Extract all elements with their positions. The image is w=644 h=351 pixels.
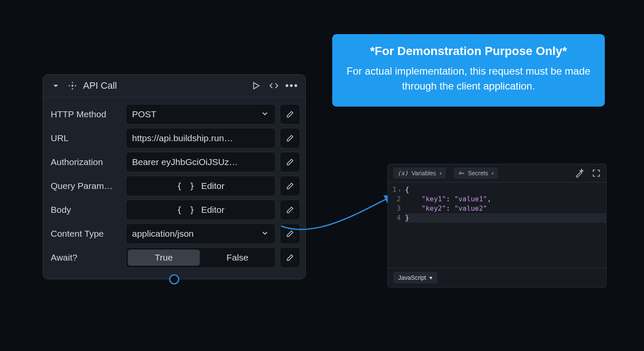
- await-toggle[interactable]: True False: [126, 247, 276, 268]
- authorization-value: Bearer eyJhbGciOiJSUz…: [132, 157, 238, 167]
- field-label: Content Type: [48, 229, 121, 239]
- content-type-select[interactable]: application/json: [126, 223, 276, 244]
- field-label: URL: [48, 133, 121, 143]
- code-icon[interactable]: [268, 80, 280, 92]
- chevron-down-icon: ▾: [492, 171, 494, 176]
- language-label: JavaScript: [398, 274, 426, 281]
- edit-button[interactable]: [280, 176, 300, 196]
- query-params-editor[interactable]: { } Editor: [126, 176, 276, 196]
- http-method-value: POST: [132, 109, 156, 119]
- code-line: }: [405, 213, 606, 223]
- query-params-value: Editor: [201, 181, 224, 191]
- line-number: 2: [388, 194, 401, 204]
- code-content[interactable]: { "key1": "value1", "key2": "value2"}: [405, 185, 606, 259]
- braces-icon: { }: [177, 205, 196, 215]
- panel-body: HTTP Method POST URL https://api.buildsh…: [43, 97, 305, 279]
- row-url: URL https://api.buildship.run…: [48, 128, 300, 148]
- field-label: Query Param…: [48, 181, 121, 191]
- panel-title: API Call: [83, 80, 244, 91]
- collapse-icon[interactable]: [50, 80, 62, 92]
- field-label: Await?: [48, 252, 121, 263]
- edit-button[interactable]: [280, 104, 300, 125]
- chevron-down-icon: ▾: [429, 274, 432, 281]
- edit-button[interactable]: [280, 200, 300, 220]
- code-line: {: [405, 185, 606, 194]
- authorization-input[interactable]: Bearer eyJhbGciOiJSUz…: [126, 152, 276, 172]
- language-dropdown[interactable]: JavaScript ▾: [393, 272, 437, 284]
- field-label: HTTP Method: [48, 109, 121, 119]
- editor-toolbar: (x) Variables ▾ Secrets ▾: [388, 164, 606, 183]
- code-line: "key1": "value1",: [405, 194, 606, 204]
- await-false-option[interactable]: False: [201, 249, 273, 266]
- variables-dropdown[interactable]: (x) Variables ▾: [393, 168, 446, 179]
- editor-footer: JavaScript ▾: [388, 268, 606, 287]
- line-number: 4: [388, 213, 401, 223]
- run-icon[interactable]: [250, 80, 262, 92]
- http-method-select[interactable]: POST: [126, 104, 276, 125]
- chevron-down-icon: [261, 109, 269, 120]
- magic-wand-icon[interactable]: [575, 168, 584, 178]
- row-content-type: Content Type application/json: [48, 223, 300, 244]
- fullscreen-icon[interactable]: [592, 168, 601, 178]
- line-gutter: 1▾234: [388, 185, 405, 259]
- await-true-option[interactable]: True: [128, 249, 200, 266]
- edit-button[interactable]: [280, 128, 300, 148]
- url-value: https://api.buildship.run…: [132, 133, 233, 143]
- braces-icon: { }: [177, 181, 196, 191]
- more-icon[interactable]: •••: [286, 80, 298, 92]
- drag-handle-icon[interactable]: [68, 81, 77, 90]
- edit-button[interactable]: [280, 223, 300, 244]
- row-authorization: Authorization Bearer eyJhbGciOiJSUz…: [48, 152, 300, 172]
- chevron-down-icon: [261, 229, 269, 239]
- row-query-params: Query Param… { } Editor: [48, 176, 300, 196]
- field-label: Authorization: [48, 157, 121, 167]
- code-editor-panel: (x) Variables ▾ Secrets ▾ 1▾234 { "key1"…: [388, 164, 607, 287]
- row-await: Await? True False: [48, 247, 300, 268]
- edit-button[interactable]: [280, 247, 300, 268]
- field-label: Body: [48, 205, 121, 215]
- url-input[interactable]: https://api.buildship.run…: [126, 128, 276, 148]
- code-editor-body[interactable]: 1▾234 { "key1": "value1", "key2": "value…: [388, 183, 606, 268]
- content-type-value: application/json: [132, 229, 194, 239]
- line-number: 3: [388, 204, 401, 213]
- body-editor[interactable]: { } Editor: [126, 200, 276, 220]
- panel-header: API Call •••: [43, 75, 305, 97]
- chevron-down-icon: ▾: [440, 171, 442, 176]
- secrets-dropdown[interactable]: Secrets ▾: [454, 168, 498, 179]
- add-node-handle[interactable]: [169, 274, 179, 284]
- api-call-panel: API Call ••• HTTP Method POST URL: [43, 74, 306, 279]
- callout-body: For actual implementation, this request …: [345, 64, 592, 94]
- row-body: Body { } Editor: [48, 200, 300, 220]
- edit-button[interactable]: [280, 152, 300, 172]
- code-line: "key2": "value2": [405, 204, 606, 213]
- variables-label: Variables: [411, 170, 436, 177]
- demo-callout: *For Demonstration Purpose Only* For act…: [332, 34, 605, 107]
- callout-title: *For Demonstration Purpose Only*: [345, 44, 592, 58]
- body-value: Editor: [201, 205, 224, 215]
- row-http-method: HTTP Method POST: [48, 104, 300, 125]
- line-number: 1▾: [388, 185, 401, 194]
- secrets-label: Secrets: [468, 170, 488, 177]
- svg-point-0: [459, 172, 461, 174]
